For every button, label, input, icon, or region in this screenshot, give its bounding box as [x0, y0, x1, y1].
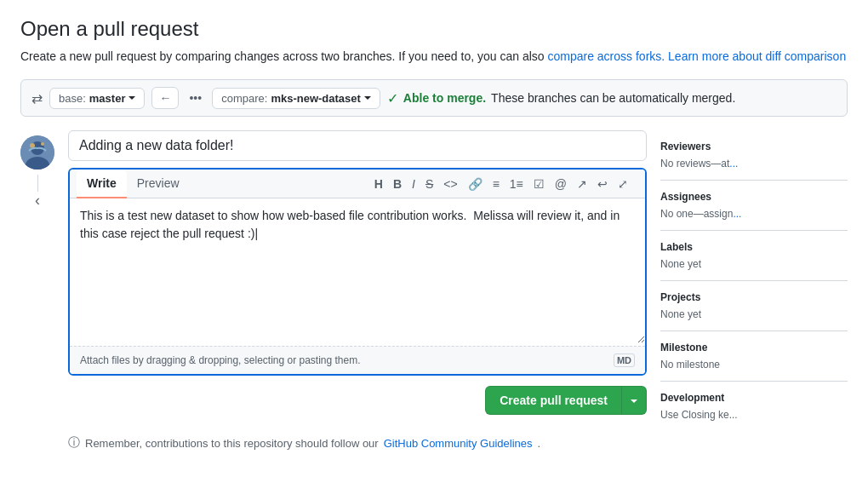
svg-point-4 [41, 142, 44, 146]
submit-row: Create pull request [68, 376, 647, 418]
swap-branches-button[interactable]: ← [151, 87, 179, 109]
footer-text: Remember, contributions to this reposito… [85, 437, 379, 450]
assignees-value: No one—assign... [660, 208, 848, 220]
write-tab[interactable]: Write [77, 170, 127, 198]
undo-button[interactable]: ↩ [594, 176, 611, 192]
create-pr-chevron-icon [631, 399, 637, 403]
reference-button[interactable]: ↗ [574, 176, 591, 192]
editor-container: Write Preview H B I S <> 🔗 ≡ 1≡ ☑ @ [68, 168, 647, 376]
labels-value: None yet [660, 258, 848, 270]
compare-chevron-icon [364, 96, 371, 100]
link-button[interactable]: 🔗 [465, 176, 486, 192]
check-icon: ✓ [387, 90, 398, 106]
able-to-merge-text: Able to merge. [403, 91, 486, 105]
toolbar-icons: H B I S <> 🔗 ≡ 1≡ ☑ @ ↗ ↩ ⤢ [364, 173, 638, 195]
ordered-list-button[interactable]: 1≡ [506, 176, 527, 192]
projects-section: Projects None yet [660, 280, 848, 330]
reviewers-assign-link[interactable]: ... [729, 158, 738, 170]
projects-value: None yet [660, 308, 848, 320]
unordered-list-button[interactable]: ≡ [489, 176, 503, 192]
page-subtitle: Create a new pull request by comparing c… [20, 48, 848, 66]
attach-text: Attach files by dragging & dropping, sel… [80, 354, 361, 366]
base-label: base: [59, 92, 86, 105]
italic-button[interactable]: I [408, 176, 419, 192]
merge-status-bar: ✓ Able to merge. These branches can be a… [387, 90, 735, 106]
create-pr-dropdown-button[interactable] [621, 386, 647, 415]
reviewers-value: No reviews—at... [660, 158, 848, 170]
page-title: Open a pull request [20, 17, 848, 41]
community-guidelines-link[interactable]: GitHub Community Guidelines [384, 437, 533, 450]
create-pr-button[interactable]: Create pull request [485, 386, 621, 415]
avatar-col: ‹ [20, 130, 54, 210]
info-icon: ⓘ [68, 435, 80, 451]
footer-note: ⓘ Remember, contributions to this reposi… [68, 435, 647, 451]
task-list-button[interactable]: ☑ [530, 176, 548, 192]
sidebar-col: Reviewers No reviews—at... Assignees No … [660, 130, 848, 431]
code-button[interactable]: <> [440, 176, 460, 192]
milestone-section: Milestone No milestone [660, 330, 848, 381]
learn-more-link[interactable]: Learn more about diff comparison [668, 49, 846, 63]
tab-list: Write Preview [77, 170, 190, 198]
main-layout: ‹ Write Preview H B I S [20, 130, 848, 451]
labels-section: Labels None yet [660, 230, 848, 280]
development-section: Development Use Closing ke... [660, 381, 848, 431]
mention-button[interactable]: @ [551, 176, 570, 192]
editor-tabs-bar: Write Preview H B I S <> 🔗 ≡ 1≡ ☑ @ [70, 170, 645, 198]
branch-bar: ⇄ base: master ← ••• compare: mks-new-da… [20, 79, 848, 117]
assignees-title: Assignees [660, 191, 848, 203]
bold-button[interactable]: B [390, 176, 405, 192]
more-options-button[interactable]: ••• [186, 89, 205, 106]
base-branch-name: master [89, 92, 126, 105]
preview-tab[interactable]: Preview [127, 170, 190, 198]
attach-bar: Attach files by dragging & dropping, sel… [70, 346, 645, 374]
sync-icon: ⇄ [31, 90, 43, 106]
compare-label: compare: [221, 92, 267, 105]
avatar [20, 135, 54, 170]
reviewers-section: Reviewers No reviews—at... [660, 130, 848, 180]
pr-body-textarea[interactable]: This is a test new dataset to show how w… [70, 198, 645, 343]
markdown-icon: MD [614, 353, 635, 367]
heading-button[interactable]: H [371, 176, 386, 192]
strikethrough-button[interactable]: S [422, 176, 437, 192]
compare-branch-selector[interactable]: compare: mks-new-dataset [212, 88, 380, 109]
expand-button[interactable]: ⤢ [614, 176, 631, 192]
milestone-title: Milestone [660, 342, 848, 353]
development-title: Development [660, 392, 848, 404]
assignees-link[interactable]: ... [733, 208, 741, 220]
form-col: Write Preview H B I S <> 🔗 ≡ 1≡ ☑ @ [68, 130, 647, 451]
base-chevron-icon [128, 96, 135, 100]
compare-branch-name: mks-new-dataset [271, 92, 360, 105]
base-branch-selector[interactable]: base: master [49, 88, 145, 109]
merge-message: These branches can be automatically merg… [491, 91, 735, 105]
development-value: Use Closing ke... [660, 409, 848, 421]
reviewers-title: Reviewers [660, 141, 848, 152]
collapse-button[interactable]: ‹ [20, 192, 54, 210]
projects-title: Projects [660, 291, 848, 303]
assignees-section: Assignees No one—assign... [660, 180, 848, 230]
pr-title-input[interactable] [68, 130, 647, 161]
compare-forks-link[interactable]: compare across forks. [547, 49, 665, 63]
labels-title: Labels [660, 241, 848, 253]
milestone-value: No milestone [660, 359, 848, 371]
